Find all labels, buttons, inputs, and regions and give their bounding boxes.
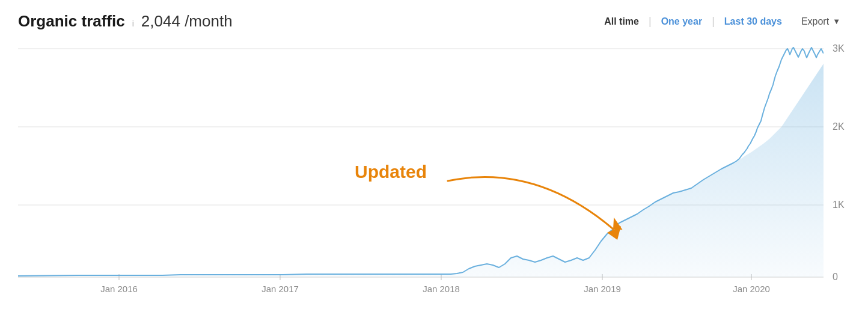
svg-text:1K: 1K: [833, 200, 845, 210]
chart-area: 3K 2K 1K 0 Jan 2016 Jan 2017 Jan 2018 Ja…: [18, 43, 850, 295]
export-button[interactable]: Export ▼: [792, 13, 850, 31]
svg-text:Jan 2016: Jan 2016: [100, 284, 138, 294]
svg-text:Jan 2019: Jan 2019: [584, 284, 621, 294]
svg-text:0: 0: [833, 272, 838, 282]
header-left: Organic traffic i 2,044 /month: [18, 12, 233, 31]
svg-text:Jan 2017: Jan 2017: [261, 284, 299, 294]
filter-one-year[interactable]: One year: [652, 13, 712, 31]
header-right: All time | One year | Last 30 days Expor…: [594, 13, 850, 31]
svg-text:2K: 2K: [833, 121, 845, 132]
filter-last-30[interactable]: Last 30 days: [715, 13, 792, 31]
svg-text:3K: 3K: [833, 43, 845, 54]
svg-text:Jan 2020: Jan 2020: [733, 284, 770, 294]
chart-svg: 3K 2K 1K 0 Jan 2016 Jan 2017 Jan 2018 Ja…: [18, 43, 850, 295]
header: Organic traffic i 2,044 /month All time …: [18, 12, 850, 31]
metric-value: 2,044 /month: [141, 12, 233, 31]
filter-all-time[interactable]: All time: [594, 13, 649, 31]
page-container: Organic traffic i 2,044 /month All time …: [0, 0, 868, 321]
updated-annotation: Updated: [355, 162, 427, 182]
page-title: Organic traffic: [18, 12, 125, 31]
svg-text:Jan 2018: Jan 2018: [423, 284, 460, 294]
export-chevron-icon: ▼: [833, 17, 840, 26]
info-icon[interactable]: i: [132, 19, 134, 28]
export-label: Export: [801, 16, 829, 27]
